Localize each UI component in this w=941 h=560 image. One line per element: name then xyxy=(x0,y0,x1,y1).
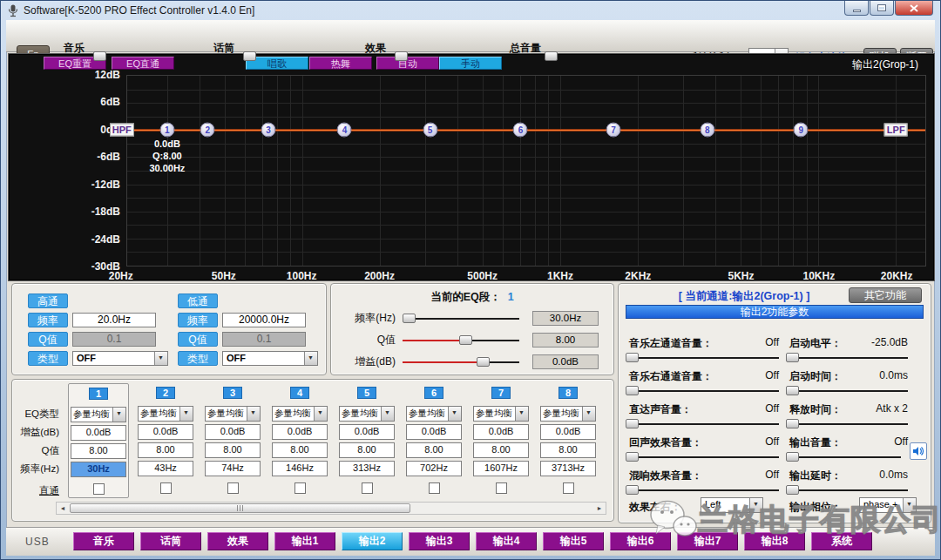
param-slider[interactable] xyxy=(789,451,901,462)
dropdown-arrow-icon[interactable] xyxy=(448,407,461,421)
eq-type-select[interactable]: 参量均衡 xyxy=(406,406,462,422)
slider-handle[interactable] xyxy=(395,51,408,61)
tab-effect[interactable]: 效果 xyxy=(207,532,268,550)
gain-input[interactable]: 0.0dB xyxy=(205,424,261,440)
bypass-checkbox[interactable] xyxy=(160,482,172,494)
slider-handle[interactable] xyxy=(786,485,799,495)
tab-output-1[interactable]: 输出1 xyxy=(274,532,335,550)
dropdown-arrow-icon[interactable] xyxy=(903,498,916,512)
eq-param-slider[interactable] xyxy=(403,334,519,346)
bypass-checkbox[interactable] xyxy=(563,482,574,494)
eq-point-4[interactable]: 4 xyxy=(337,123,352,138)
dropdown-arrow-icon[interactable] xyxy=(381,407,394,421)
eq-param-slider[interactable] xyxy=(403,356,519,368)
gain-input[interactable]: 0.0dB xyxy=(339,424,395,440)
slider-handle[interactable] xyxy=(786,386,799,395)
freq-input[interactable]: 74Hz xyxy=(205,461,261,476)
tab-output-7[interactable]: 输出7 xyxy=(677,532,738,550)
slider-handle[interactable] xyxy=(93,51,106,61)
param-slider[interactable] xyxy=(789,385,908,396)
eq-type-select[interactable]: 参量均衡 xyxy=(205,406,261,422)
lpf-marker[interactable]: LPF xyxy=(884,124,908,137)
param-slider[interactable] xyxy=(789,418,908,429)
q-input[interactable]: 8.00 xyxy=(473,442,529,458)
eq-plot-area[interactable]: HPFLPF1234567890.0dBQ:8.0030.00Hz xyxy=(126,75,926,267)
slider-handle[interactable] xyxy=(243,51,256,61)
eq-bypass-button[interactable]: EQ直通 xyxy=(112,57,174,70)
dropdown-arrow-icon[interactable] xyxy=(314,407,327,421)
q-input[interactable]: 8.00 xyxy=(339,442,395,458)
eq-point-2[interactable]: 2 xyxy=(200,123,215,138)
eq-type-select[interactable]: 参量均衡 xyxy=(138,406,193,422)
hpf-marker[interactable]: HPF xyxy=(110,124,134,137)
slider-handle[interactable] xyxy=(626,419,639,428)
eq-param-slider[interactable] xyxy=(403,313,519,324)
tab-output-5[interactable]: 输出5 xyxy=(543,532,604,550)
bypass-checkbox[interactable] xyxy=(429,482,440,494)
freq-input[interactable]: 1607Hz xyxy=(473,461,529,476)
q-input[interactable]: 8.00 xyxy=(205,442,261,458)
bypass-checkbox[interactable] xyxy=(294,482,306,494)
bypass-checkbox[interactable] xyxy=(362,482,373,494)
freq-input[interactable]: 30Hz xyxy=(71,462,126,477)
gain-input[interactable]: 0.0dB xyxy=(138,424,193,440)
bypass-checkbox[interactable] xyxy=(227,482,239,494)
dropdown-arrow-icon[interactable] xyxy=(304,352,317,365)
param-slider[interactable] xyxy=(629,484,779,496)
minimize-button[interactable] xyxy=(844,1,869,16)
gain-input[interactable]: 0.0dB xyxy=(272,424,328,440)
dropdown-arrow-icon[interactable] xyxy=(749,498,762,512)
dropdown-arrow-icon[interactable] xyxy=(582,407,595,421)
param-slider[interactable] xyxy=(629,352,779,363)
highpass-freq-input[interactable]: 20.0Hz xyxy=(72,313,156,327)
tab-output-6[interactable]: 输出6 xyxy=(610,532,671,550)
highpass-type-select[interactable]: OFF xyxy=(72,351,168,366)
tab-output-4[interactable]: 输出4 xyxy=(476,532,537,550)
eq-type-select[interactable]: 参量均衡 xyxy=(540,406,596,422)
dropdown-arrow-icon[interactable] xyxy=(515,407,528,421)
freq-input[interactable]: 702Hz xyxy=(406,461,462,476)
mute-button[interactable] xyxy=(910,442,927,460)
freq-input[interactable]: 3713Hz xyxy=(540,461,596,476)
slider-handle[interactable] xyxy=(786,419,799,428)
dropdown-arrow-icon[interactable] xyxy=(179,407,193,421)
tab-output-8[interactable]: 输出8 xyxy=(744,532,805,550)
slider-handle[interactable] xyxy=(459,335,472,345)
slider-handle[interactable] xyxy=(626,353,639,362)
mode-manual-button[interactable]: 手动 xyxy=(439,57,502,70)
param-slider[interactable] xyxy=(629,418,779,429)
dropdown-arrow-icon[interactable] xyxy=(112,408,125,422)
slider-handle[interactable] xyxy=(626,386,639,395)
close-button[interactable] xyxy=(895,1,933,16)
q-input[interactable]: 8.00 xyxy=(138,442,193,458)
eq-type-select[interactable]: 参量均衡 xyxy=(71,407,126,422)
q-input[interactable]: 8.00 xyxy=(71,443,126,459)
maximize-button[interactable] xyxy=(870,1,894,16)
bypass-checkbox[interactable] xyxy=(93,483,105,495)
gain-input[interactable]: 0.0dB xyxy=(71,425,126,441)
mode-auto-button[interactable]: 自动 xyxy=(376,57,439,70)
scroll-right-icon[interactable] xyxy=(593,503,606,514)
eq-type-select[interactable]: 参量均衡 xyxy=(473,406,529,422)
eq-point-7[interactable]: 7 xyxy=(606,123,620,138)
q-input[interactable]: 8.00 xyxy=(540,442,596,458)
table-scrollbar[interactable] xyxy=(56,502,606,515)
slider-handle[interactable] xyxy=(626,485,639,495)
dropdown-arrow-icon[interactable] xyxy=(154,352,167,365)
dropdown-arrow-icon[interactable] xyxy=(247,407,260,421)
scroll-left-icon[interactable] xyxy=(57,503,69,514)
eq-point-1[interactable]: 1 xyxy=(159,123,174,138)
freq-input[interactable]: 43Hz xyxy=(138,461,193,476)
slider-handle[interactable] xyxy=(786,353,799,362)
eq-type-select[interactable]: 参量均衡 xyxy=(339,406,395,422)
tab-music[interactable]: 音乐 xyxy=(73,532,134,550)
slider-handle[interactable] xyxy=(403,314,416,323)
slider-handle[interactable] xyxy=(545,51,558,61)
gain-input[interactable]: 0.0dB xyxy=(540,424,596,440)
eq-point-3[interactable]: 3 xyxy=(261,123,276,138)
lowpass-freq-input[interactable]: 20000.0Hz xyxy=(222,313,306,327)
slider-handle[interactable] xyxy=(477,357,490,367)
eq-point-9[interactable]: 9 xyxy=(794,123,809,138)
freq-input[interactable]: 146Hz xyxy=(272,461,328,476)
output-phase-select[interactable]: phase + xyxy=(859,497,917,513)
